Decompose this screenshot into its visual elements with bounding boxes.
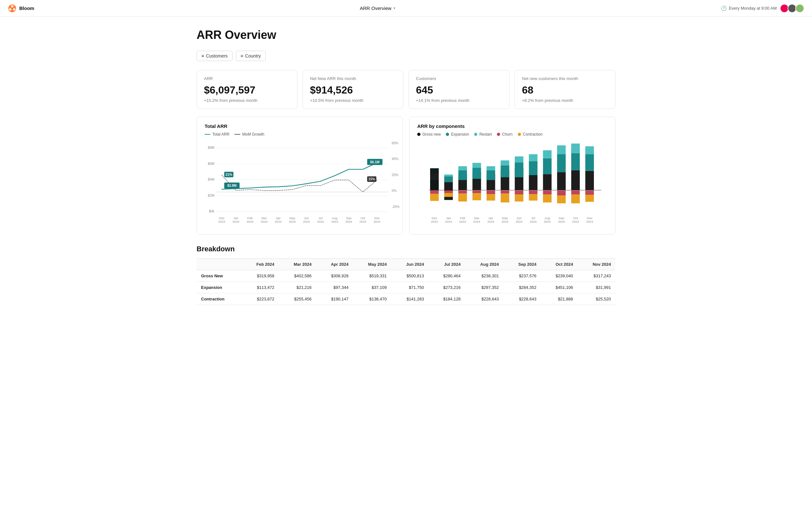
svg-text:2024: 2024 xyxy=(345,220,352,223)
svg-rect-114 xyxy=(529,175,538,190)
svg-text:2024: 2024 xyxy=(261,220,268,223)
legend-restart-dot xyxy=(474,133,477,136)
metric-arr-pct: +15.2% xyxy=(204,98,218,103)
svg-text:2024: 2024 xyxy=(530,220,537,223)
svg-rect-92 xyxy=(458,190,467,194)
cell-value: $228,643 xyxy=(465,294,503,305)
svg-rect-118 xyxy=(529,194,538,200)
svg-text:Jun: Jun xyxy=(304,216,309,220)
metric-arr-label: ARR xyxy=(204,76,290,81)
svg-text:2024: 2024 xyxy=(374,220,381,223)
metric-nnarr-label: Net New ARR this month xyxy=(310,76,396,81)
svg-rect-110 xyxy=(515,162,524,177)
svg-rect-106 xyxy=(501,160,509,165)
cell-value: $402,586 xyxy=(279,270,316,282)
bar-aug xyxy=(543,151,551,202)
svg-text:$0k: $0k xyxy=(209,209,215,213)
schedule-info: 🕐 Every Monday at 9:00 AM xyxy=(721,5,777,11)
cell-value: $71,750 xyxy=(391,282,429,294)
svg-rect-132 xyxy=(571,190,580,195)
cell-value: $31,991 xyxy=(578,282,615,294)
svg-text:May: May xyxy=(289,216,295,220)
col-header-aug2024: Aug 2024 xyxy=(465,259,503,270)
col-header-jun2024: Jun 2024 xyxy=(391,259,429,270)
svg-rect-105 xyxy=(501,165,509,177)
svg-text:2024: 2024 xyxy=(544,220,551,223)
legend-churn: Churn xyxy=(497,132,513,137)
svg-rect-133 xyxy=(571,195,580,203)
svg-rect-136 xyxy=(585,146,594,154)
svg-rect-123 xyxy=(543,195,551,202)
bar-sep xyxy=(557,145,566,203)
bar-apr xyxy=(487,166,495,200)
svg-rect-125 xyxy=(557,154,566,172)
cell-value: $284,352 xyxy=(503,282,541,294)
cell-value: $228,643 xyxy=(503,294,541,305)
svg-text:Dec: Dec xyxy=(219,216,224,220)
bloom-logo-icon xyxy=(8,4,17,13)
legend-restart-label: Restart xyxy=(479,132,492,137)
svg-rect-115 xyxy=(529,161,538,175)
svg-rect-82 xyxy=(430,190,439,194)
svg-rect-87 xyxy=(444,190,453,193)
svg-text:$2.8M: $2.8M xyxy=(227,184,236,187)
svg-text:$2M: $2M xyxy=(208,194,214,197)
svg-text:Jul: Jul xyxy=(319,216,322,220)
metric-nnarr-change-text: from previous month xyxy=(325,98,364,103)
report-title: ARR Overview xyxy=(360,5,391,11)
svg-rect-127 xyxy=(557,190,566,195)
col-header-feb2024: Feb 2024 xyxy=(242,259,279,270)
svg-text:2023: 2023 xyxy=(431,220,438,223)
col-header-nov2024: Nov 2024 xyxy=(578,259,615,270)
svg-text:Oct: Oct xyxy=(360,216,365,220)
svg-rect-122 xyxy=(543,190,551,195)
legend-mom-line xyxy=(234,134,240,134)
metric-cust-change-text: from previous month xyxy=(431,98,469,103)
charts-row: Total ARR Total ARR MoM Growth $8M $6M $… xyxy=(197,117,615,234)
svg-rect-98 xyxy=(473,193,481,200)
svg-rect-100 xyxy=(487,170,495,180)
cell-value: $319,958 xyxy=(242,270,279,282)
col-header-may2024: May 2024 xyxy=(353,259,391,270)
filter-customers[interactable]: ≡ Customers xyxy=(197,51,233,61)
svg-rect-119 xyxy=(543,174,551,190)
svg-rect-88 xyxy=(444,193,453,197)
svg-text:$6.1M: $6.1M xyxy=(370,160,379,164)
svg-rect-121 xyxy=(543,151,551,158)
svg-point-3 xyxy=(9,8,12,11)
svg-rect-134 xyxy=(585,171,594,190)
svg-rect-138 xyxy=(585,195,594,202)
svg-rect-102 xyxy=(487,190,495,194)
arr-components-svg: Dec 2023 Jan 2024 Feb 2024 Mar 2024 Apr … xyxy=(417,141,607,227)
breakdown-section: Breakdown Feb 2024 Mar 2024 Apr 2024 May… xyxy=(197,245,615,305)
svg-text:2024: 2024 xyxy=(516,220,523,223)
bar-jul xyxy=(529,154,538,200)
table-row: Gross New$319,958$402,586$308,928$519,33… xyxy=(197,270,615,282)
legend-gross-new: Gross new xyxy=(417,132,441,137)
svg-rect-91 xyxy=(458,166,467,170)
metric-cust-value: 645 xyxy=(416,84,502,96)
cell-value: $190,147 xyxy=(316,294,353,305)
svg-text:2024: 2024 xyxy=(289,220,296,223)
svg-text:Jul: Jul xyxy=(531,216,535,220)
page-title: ARR Overview xyxy=(197,28,615,42)
cell-value: $519,331 xyxy=(353,270,391,282)
svg-text:2024: 2024 xyxy=(359,220,366,223)
col-header-jul2024: Jul 2024 xyxy=(429,259,465,270)
col-header-apr2024: Apr 2024 xyxy=(316,259,353,270)
legend-churn-label: Churn xyxy=(502,132,513,137)
metric-cust-change: +14.1% from previous month xyxy=(416,98,502,103)
breakdown-header-row: Feb 2024 Mar 2024 Apr 2024 May 2024 Jun … xyxy=(197,259,615,270)
col-header-mar2024: Mar 2024 xyxy=(279,259,316,270)
report-title-nav[interactable]: ARR Overview ▾ xyxy=(360,5,395,11)
filter-country[interactable]: ≡ Country xyxy=(236,51,266,61)
cell-value: $141,283 xyxy=(391,294,429,305)
legend-total-arr: Total ARR xyxy=(205,132,229,137)
metric-arr-change-text: from previous month xyxy=(219,98,258,103)
svg-rect-85 xyxy=(444,176,453,182)
legend-contraction-dot xyxy=(518,133,521,136)
cell-value: $21,216 xyxy=(279,282,316,294)
bar-jan xyxy=(444,174,453,200)
svg-text:Jun: Jun xyxy=(517,216,521,220)
breakdown-title: Breakdown xyxy=(197,245,615,253)
